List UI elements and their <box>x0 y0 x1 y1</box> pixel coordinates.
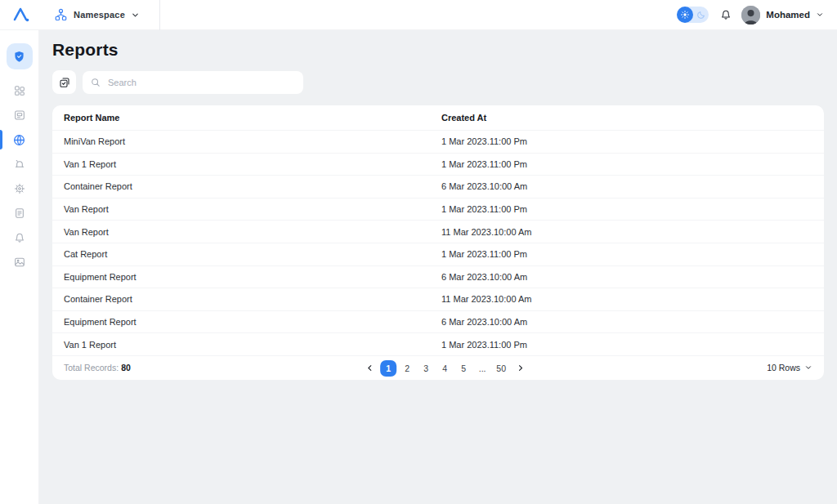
table-row[interactable]: Cat Report 1 Mar 2023.11:00 Pm <box>52 243 824 265</box>
report-name-cell: MiniVan Report <box>52 136 441 146</box>
search-wrap <box>83 71 303 94</box>
app-logo[interactable] <box>11 5 31 25</box>
shield-icon <box>12 50 26 64</box>
rows-per-page-selector[interactable]: 10 Rows <box>767 363 812 372</box>
pagination: 1 2 3 4 5 ... 50 <box>361 356 528 380</box>
logo-lambda-icon <box>11 5 31 25</box>
notifications-button[interactable] <box>719 8 732 21</box>
table-row[interactable]: Van 1 Report 1 Mar 2023.11:00 Pm <box>52 153 824 176</box>
avatar-portrait <box>741 6 760 25</box>
sidebar-item-alerts[interactable] <box>0 152 39 176</box>
sun-icon <box>680 10 690 20</box>
search-icon <box>90 77 101 88</box>
table-row[interactable]: Container Report 6 Mar 2023.10:00 Am <box>52 175 824 198</box>
sidebar-item-notifications[interactable] <box>0 225 39 250</box>
table-row[interactable]: MiniVan Report 1 Mar 2023.11:00 Pm <box>52 130 824 153</box>
page-button-1[interactable]: 1 <box>380 360 396 377</box>
total-records: Total Records:80 <box>64 363 131 372</box>
report-name-cell: Van Report <box>52 227 441 237</box>
namespace-selector[interactable]: Namespace <box>54 0 160 30</box>
user-name: Mohamed <box>766 10 810 20</box>
select-reports-button[interactable] <box>52 70 76 94</box>
page-button-5[interactable]: 5 <box>455 360 472 377</box>
sidebar-item-settings[interactable] <box>0 176 39 201</box>
created-at-cell: 1 Mar 2023.11:00 Pm <box>441 340 824 350</box>
toolbar <box>52 70 824 94</box>
namespace-hierarchy-icon <box>54 8 68 22</box>
created-at-cell: 11 Mar 2023.10:00 Am <box>441 227 824 237</box>
main-content: Reports <box>39 30 837 504</box>
report-name-cell: Container Report <box>52 181 441 191</box>
created-at-cell: 1 Mar 2023.11:00 Pm <box>441 136 824 146</box>
created-at-cell: 6 Mar 2023.10:00 Am <box>441 272 824 282</box>
sidebar-item-panels[interactable] <box>0 103 39 127</box>
created-at-cell: 1 Mar 2023.11:00 Pm <box>441 249 824 259</box>
bell-icon <box>719 8 732 21</box>
sidebar-item-security[interactable] <box>0 41 39 72</box>
table-footer: Total Records:80 1 2 3 4 5 ... 50 <box>52 355 824 380</box>
table-header: Report Name Created At <box>52 105 824 130</box>
page-button-2[interactable]: 2 <box>399 360 415 377</box>
report-name-cell: Equipment Report <box>52 272 441 282</box>
moon-icon <box>696 10 706 20</box>
settings-gear-icon <box>13 182 26 195</box>
total-records-value: 80 <box>121 363 131 372</box>
media-image-icon <box>13 256 26 269</box>
select-copy-check-icon <box>58 76 71 89</box>
topbar: Namespace <box>0 0 837 30</box>
sidebar-nav <box>0 30 39 504</box>
active-tile-background <box>7 43 33 69</box>
sidebar-item-documents[interactable] <box>0 201 39 225</box>
report-name-cell: Van Report <box>52 204 441 214</box>
total-records-label: Total Records: <box>64 363 119 372</box>
created-at-cell: 1 Mar 2023.11:00 Pm <box>441 159 824 169</box>
column-header-report-name: Report Name <box>52 113 441 123</box>
report-name-cell: Equipment Report <box>52 317 441 327</box>
created-at-cell: 11 Mar 2023.10:00 Am <box>441 294 824 304</box>
page-ellipsis: ... <box>474 360 490 377</box>
reports-table: Report Name Created At MiniVan Report 1 … <box>52 105 824 380</box>
column-header-created-at: Created At <box>441 113 824 123</box>
namespace-label: Namespace <box>74 10 125 20</box>
rows-per-page-label: 10 Rows <box>767 363 800 372</box>
page-button-50[interactable]: 50 <box>493 360 509 377</box>
active-nav-indicator <box>0 130 2 149</box>
created-at-cell: 1 Mar 2023.11:00 Pm <box>441 204 824 214</box>
table-row[interactable]: Equipment Report 6 Mar 2023.10:00 Am <box>52 265 824 288</box>
created-at-cell: 6 Mar 2023.10:00 Am <box>441 181 824 191</box>
globe-icon <box>12 133 26 147</box>
created-at-cell: 6 Mar 2023.10:00 Am <box>441 317 824 327</box>
report-name-cell: Cat Report <box>52 249 441 259</box>
page-title: Reports <box>52 40 824 60</box>
user-menu[interactable]: Mohamed <box>741 6 824 25</box>
table-row[interactable]: Equipment Report 6 Mar 2023.10:00 Am <box>52 310 824 333</box>
dark-mode-button[interactable] <box>693 7 709 23</box>
chevron-left-icon <box>365 364 374 372</box>
sidebar-item-media[interactable] <box>0 250 39 274</box>
chevron-down-icon <box>804 364 812 372</box>
table-row[interactable]: Van Report 1 Mar 2023.11:00 Pm <box>52 198 824 221</box>
panel-icon <box>13 109 26 122</box>
page-button-4[interactable]: 4 <box>436 360 453 377</box>
next-page-button[interactable] <box>512 360 528 377</box>
table-row[interactable]: Van Report 11 Mar 2023.10:00 Am <box>52 220 824 243</box>
search-input[interactable] <box>83 71 303 94</box>
table-row[interactable]: Van 1 Report 1 Mar 2023.11:00 Pm <box>52 332 824 355</box>
report-name-cell: Van 1 Report <box>52 340 441 350</box>
sidebar-item-dashboard[interactable] <box>0 78 39 103</box>
chevron-right-icon <box>516 364 525 372</box>
page-button-3[interactable]: 3 <box>418 360 434 377</box>
theme-toggle[interactable] <box>677 7 709 23</box>
notifications-bell-icon <box>13 231 26 244</box>
light-mode-button[interactable] <box>677 7 693 23</box>
chevron-down-icon <box>131 11 140 20</box>
report-document-icon <box>13 207 26 220</box>
report-name-cell: Van 1 Report <box>52 159 441 169</box>
chevron-down-icon <box>816 11 824 19</box>
previous-page-button[interactable] <box>361 360 378 377</box>
table-row[interactable]: Container Report 11 Mar 2023.10:00 Am <box>52 288 824 310</box>
avatar <box>741 6 760 25</box>
siren-icon <box>13 158 26 171</box>
sidebar-item-reports[interactable] <box>0 127 39 152</box>
topbar-actions: Mohamed <box>677 6 824 25</box>
